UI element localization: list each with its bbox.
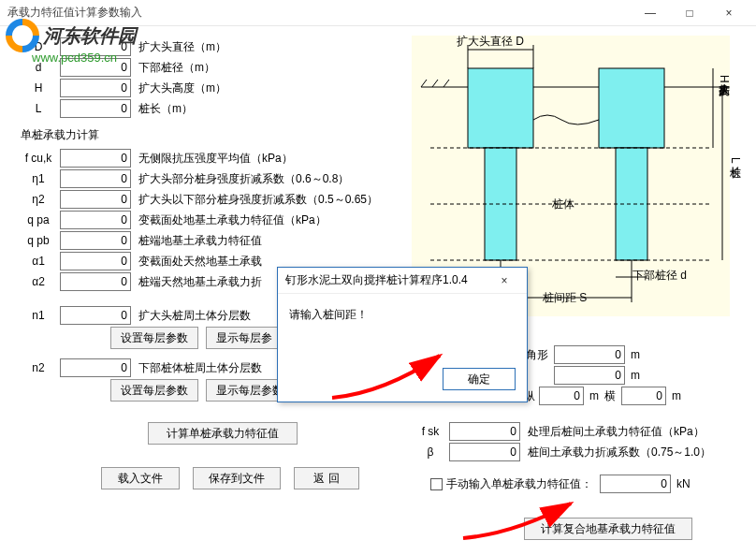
desc-L: 桩长（m）	[138, 101, 193, 117]
message-dialog: 钉形水泥土双向搅拌桩计算程序1.0.4 × 请输入桩间距！ 确定	[277, 267, 528, 402]
maximize-button[interactable]: □	[670, 0, 709, 26]
svg-rect-1	[468, 68, 533, 148]
btn-set-layer-n2[interactable]: 设置每层参数	[110, 379, 198, 402]
title-bar: 承载力特征值计算参数输入 — □ ×	[0, 0, 756, 26]
dialog-title: 钉形水泥土双向搅拌桩计算程序1.0.4	[285, 272, 489, 288]
dialog-message: 请输入桩间距！	[278, 294, 527, 336]
desc-n1: 扩大头桩周土体分层数	[138, 308, 251, 324]
desc-n2: 下部桩体桩周土体分层数	[138, 360, 262, 376]
label-D: D	[17, 40, 60, 53]
label-d: d	[17, 61, 60, 74]
desc-qpa: 变截面处地基土承载力特征值（kPa）	[138, 212, 327, 228]
dialog-close-button[interactable]: ×	[489, 270, 519, 291]
label-rect-h: 横	[604, 388, 616, 404]
desc-D: 扩大头直径（m）	[138, 39, 226, 55]
ann-D: 扩大头直径 D	[457, 34, 524, 50]
close-icon: ×	[501, 274, 507, 287]
desc-fsk: 处理后桩间土承载力特征值（kPa）	[528, 424, 705, 440]
label-n1: n1	[17, 309, 60, 322]
desc-qpb: 桩端地基土承载力特征值	[138, 233, 262, 249]
window-title: 承载力特征值计算参数输入	[7, 5, 631, 21]
input-beta[interactable]	[449, 443, 520, 461]
minimize-button[interactable]: —	[631, 0, 670, 26]
btn-load-file[interactable]: 载入文件	[101, 467, 180, 489]
desc-eta2: 扩大头以下部分桩身强度折减系数（0.5～0.65）	[138, 192, 378, 208]
checkbox-manual[interactable]	[430, 478, 443, 490]
input-n2[interactable]	[60, 358, 131, 377]
input-L[interactable]	[60, 99, 131, 118]
input-d[interactable]	[60, 58, 131, 77]
ann-L: 桩长L	[727, 157, 743, 164]
label-qpb: q pb	[17, 234, 60, 247]
svg-rect-3	[599, 68, 664, 148]
input-eta2[interactable]	[60, 190, 131, 209]
unit-m-3: m	[589, 389, 599, 402]
unit-m-1: m	[631, 348, 640, 361]
desc-H: 扩大头高度（m）	[138, 80, 226, 96]
label-a1: α1	[17, 255, 60, 268]
label-L: L	[17, 102, 60, 115]
label-fsk: f sk	[412, 425, 449, 438]
btn-save-file[interactable]: 保存到文件	[193, 467, 281, 489]
btn-back[interactable]: 返 回	[294, 467, 359, 489]
section-single-pile: 单桩承载力计算	[21, 127, 391, 143]
label-beta: β	[412, 445, 449, 459]
label-a2: α2	[17, 275, 60, 288]
close-button[interactable]: ×	[709, 0, 749, 26]
input-H[interactable]	[60, 79, 131, 97]
label-H: H	[17, 81, 60, 95]
desc-d: 下部桩径（m）	[138, 60, 215, 76]
input-a2[interactable]	[60, 272, 131, 291]
ann-d: 下部桩径 d	[632, 268, 687, 284]
btn-calc-composite[interactable]: 计算复合地基承载力特征值	[524, 518, 692, 540]
input-sq[interactable]	[554, 366, 625, 385]
input-tri[interactable]	[554, 345, 625, 364]
label-qpa: q pa	[17, 213, 60, 226]
btn-calc-single-pile[interactable]: 计算单桩承载力特征值	[148, 422, 298, 445]
input-n1[interactable]	[60, 306, 131, 325]
ann-S: 桩间距 S	[543, 290, 587, 306]
unit-kn: kN	[676, 477, 691, 490]
label-eta2: η2	[17, 193, 60, 206]
input-rect-h[interactable]	[621, 387, 666, 405]
input-a1[interactable]	[60, 252, 131, 270]
desc-eta1: 扩大头部分桩身强度折减系数（0.6～0.8）	[138, 171, 349, 187]
label-n2: n2	[17, 361, 60, 374]
desc-beta: 桩间土承载力折减系数（0.75～1.0）	[528, 445, 711, 460]
desc-fcuk: 无侧限抗压强度平均值（kPa）	[138, 151, 293, 167]
unit-m-4: m	[672, 389, 681, 402]
label-eta1: η1	[17, 172, 60, 185]
dialog-ok-button[interactable]: 确定	[443, 368, 516, 390]
desc-a1: 变截面处天然地基土承载	[138, 254, 262, 270]
btn-set-layer-n1[interactable]: 设置每层参数	[110, 327, 198, 349]
label-fcuk: f cu,k	[17, 152, 60, 165]
input-eta1[interactable]	[60, 169, 131, 188]
btn-show-layer-n1[interactable]: 显示每层参	[206, 327, 283, 349]
input-qpa[interactable]	[60, 211, 131, 229]
label-manual: 手动输入单桩承载力特征值：	[446, 476, 592, 492]
input-qpb[interactable]	[60, 231, 131, 250]
ann-H: 扩大头高度H	[716, 75, 732, 83]
unit-m-2: m	[631, 369, 640, 382]
input-manual[interactable]	[600, 475, 671, 493]
input-D[interactable]	[60, 37, 131, 56]
input-rect-v[interactable]	[539, 387, 584, 405]
input-fsk[interactable]	[449, 422, 520, 441]
ann-body: 桩体	[552, 197, 574, 212]
input-fcuk[interactable]	[60, 149, 131, 168]
desc-a2: 桩端天然地基土承载力折	[138, 274, 262, 290]
